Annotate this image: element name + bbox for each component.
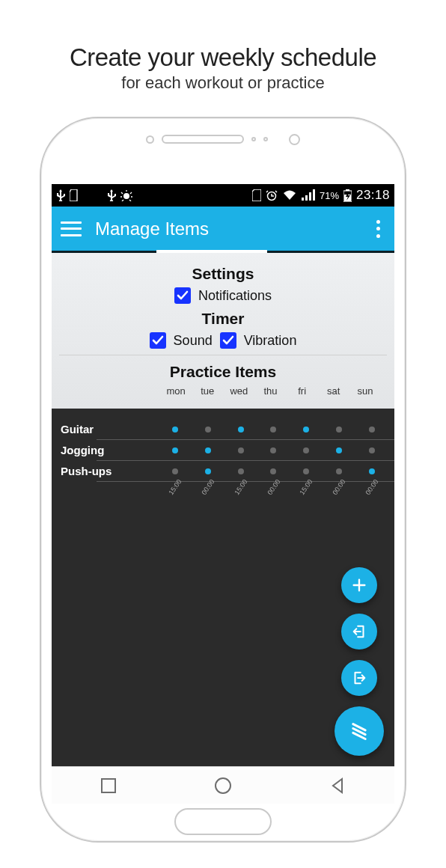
usb-icon [56, 189, 65, 201]
day-dot[interactable] [192, 427, 224, 433]
practice-heading: Practice Items [59, 363, 387, 381]
screen: 71% 23:18 Manage Items Sett [52, 184, 394, 766]
day-dot[interactable] [355, 468, 388, 474]
day-dot[interactable] [192, 468, 224, 474]
svg-rect-2 [302, 198, 304, 201]
day-dot[interactable] [257, 447, 290, 453]
main-fab[interactable] [334, 706, 384, 756]
day-header: fri [287, 385, 318, 397]
sensor-dot-icon [146, 135, 154, 144]
sensor-dot-icon [251, 137, 256, 141]
promo-title: Create your weekly schedule [0, 43, 446, 72]
vibration-checkbox[interactable] [220, 332, 236, 349]
day-header: sun [349, 385, 381, 397]
sound-label: Sound [174, 333, 213, 349]
add-item-fab[interactable] [341, 567, 377, 603]
sensor-dot-icon [263, 137, 268, 141]
svg-point-0 [123, 193, 129, 199]
day-dot[interactable] [159, 447, 192, 453]
schedule-item-label: Jogging [58, 444, 159, 456]
app-bar: Manage Items [52, 207, 394, 253]
back-button[interactable] [328, 776, 347, 795]
day-header-row: mon tue wed thu fri sat sun [59, 385, 387, 401]
day-header: wed [223, 385, 254, 397]
day-dot[interactable] [224, 468, 257, 474]
svg-rect-4 [309, 192, 311, 201]
menu-button[interactable] [61, 221, 82, 236]
day-dot[interactable] [192, 447, 224, 453]
recent-apps-button[interactable] [99, 776, 118, 795]
settings-pane: Settings Notifications Timer Sound [52, 253, 394, 409]
speaker-slot-icon [162, 135, 244, 144]
day-dot[interactable] [323, 447, 355, 453]
sdcard-icon [70, 189, 79, 201]
day-dot[interactable] [323, 427, 355, 433]
promo-heading: Create your weekly schedule for each wor… [0, 0, 446, 93]
day-dot[interactable] [290, 427, 323, 433]
wifi-icon [282, 189, 297, 201]
notifications-label: Notifications [198, 288, 272, 304]
day-dot[interactable] [355, 427, 388, 433]
schedule-item-label: Push-ups [58, 465, 159, 477]
alarm-icon [266, 189, 278, 201]
battery-charging-icon [343, 189, 352, 202]
sim-icon [252, 189, 261, 201]
phone-frame: 71% 23:18 Manage Items Sett [40, 117, 406, 843]
day-header: tue [192, 385, 223, 397]
day-header: thu [254, 385, 286, 397]
day-header: mon [160, 385, 192, 397]
app-title: Manage Items [95, 218, 209, 239]
phone-sensors [41, 132, 405, 147]
schedule-row[interactable]: Guitar [52, 419, 394, 439]
settings-heading: Settings [59, 265, 387, 283]
debug-icon [120, 189, 132, 201]
fab-stack [334, 567, 384, 756]
front-camera-icon [289, 134, 300, 145]
android-nav-bar [52, 766, 394, 804]
tab-indicator [156, 250, 267, 253]
day-dot[interactable] [224, 447, 257, 453]
overflow-menu-button[interactable] [370, 220, 385, 238]
signal-icon [302, 189, 315, 201]
physical-home-button [174, 808, 272, 835]
day-dot[interactable] [290, 447, 323, 453]
day-dot[interactable] [355, 447, 388, 453]
svg-point-10 [216, 778, 230, 793]
notifications-checkbox[interactable] [174, 287, 191, 304]
schedule-row[interactable]: Jogging [52, 440, 394, 460]
day-dot[interactable] [159, 427, 192, 433]
svg-rect-3 [305, 195, 308, 201]
sound-checkbox[interactable] [150, 332, 166, 349]
schedule-item-label: Guitar [58, 423, 159, 435]
svg-rect-7 [346, 189, 349, 191]
vibration-label: Vibration [244, 333, 297, 349]
day-dot[interactable] [224, 427, 257, 433]
day-dot[interactable] [323, 468, 355, 474]
promo-subtitle: for each workout or practice [0, 73, 446, 93]
day-dot[interactable] [257, 468, 290, 474]
day-header: sat [318, 385, 349, 397]
export-fab[interactable] [341, 660, 377, 696]
divider [59, 355, 387, 355]
schedule-pane: GuitarJoggingPush-ups15:0000:0015:0000:0… [52, 409, 394, 766]
usb-icon [107, 189, 116, 201]
times-row: 15:0000:0015:0000:0015:0000:0000:00 [52, 482, 394, 491]
day-dot[interactable] [257, 427, 290, 433]
svg-rect-5 [313, 189, 315, 201]
home-button[interactable] [213, 776, 233, 795]
day-dot[interactable] [290, 468, 323, 474]
timer-heading: Timer [59, 310, 387, 328]
svg-rect-9 [102, 779, 115, 792]
status-bar: 71% 23:18 [52, 184, 394, 207]
status-time: 23:18 [356, 188, 390, 203]
day-dot[interactable] [159, 468, 192, 474]
import-fab[interactable] [341, 614, 377, 650]
battery-percent: 71% [320, 190, 339, 201]
